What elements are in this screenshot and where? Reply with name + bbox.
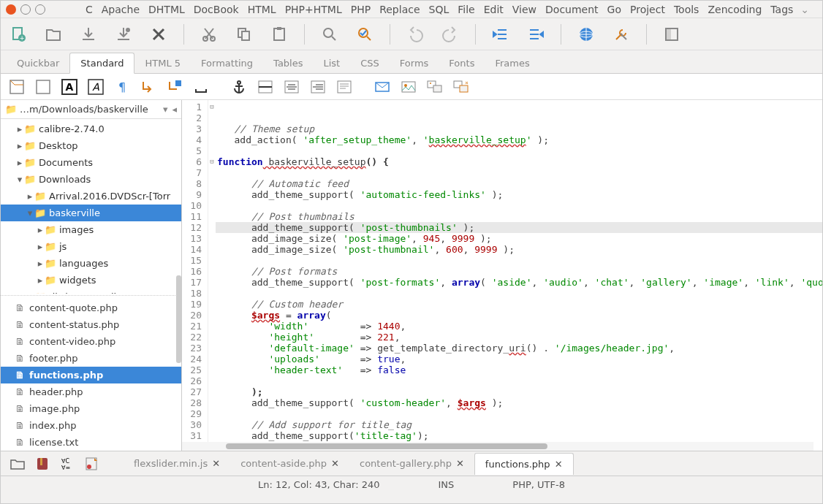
hrule-icon[interactable] (255, 77, 276, 97)
open-file-icon[interactable] (43, 24, 64, 45)
menu-go[interactable]: Go (603, 2, 626, 17)
menu-edit[interactable]: Edit (479, 2, 508, 17)
break-icon[interactable] (138, 77, 159, 97)
filebrowser-icon[interactable] (8, 454, 27, 473)
tree-twisty-icon[interactable]: ▸ (36, 224, 45, 235)
window-close-button[interactable] (6, 4, 16, 15)
file-item[interactable]: 🗎content-status.php (1, 316, 181, 333)
tree-item[interactable]: ▾📁Downloads (1, 171, 181, 188)
browser-preview-icon[interactable] (576, 24, 596, 45)
tree-twisty-icon[interactable]: ▸ (36, 258, 45, 269)
rightalign-icon[interactable] (308, 77, 328, 97)
tree-twisty-icon[interactable]: ▸ (36, 275, 45, 286)
close-icon[interactable] (148, 24, 169, 45)
menu-sql[interactable]: SQL (425, 2, 454, 17)
file-item[interactable]: 🗎content-video.php (1, 333, 181, 350)
tree-twisty-icon[interactable]: ▸ (15, 123, 24, 134)
file-item[interactable]: 🗎license.txt (1, 434, 181, 451)
tree-twisty-icon[interactable]: ▸ (15, 140, 24, 151)
sidebar-scrollbar[interactable] (176, 275, 181, 363)
toolbar-tab-standard[interactable]: Standard (69, 53, 134, 74)
toolbar-tab-quickbar[interactable]: Quickbar (7, 53, 69, 73)
menu-document[interactable]: Document (541, 2, 603, 17)
toolbar-tab-css[interactable]: CSS (350, 53, 390, 73)
toolbar-tab-list[interactable]: List (313, 53, 350, 73)
menu-php+html[interactable]: PHP+HTML (281, 2, 346, 17)
tree-twisty-icon[interactable]: ▸ (36, 241, 45, 252)
tree-twisty-icon[interactable]: ▸ (26, 291, 34, 294)
menu-more-icon[interactable]: ⌄ (797, 2, 813, 17)
email-icon[interactable] (372, 77, 392, 97)
redo-icon[interactable] (440, 24, 460, 45)
horizontal-scrollbar[interactable] (182, 442, 813, 451)
nbsp-icon[interactable] (191, 77, 211, 97)
menu-view[interactable]: View (508, 2, 541, 17)
tree-twisty-icon[interactable]: ▸ (15, 157, 24, 168)
bold-icon[interactable]: A (59, 77, 80, 97)
tree-item[interactable]: ▸📁images (1, 221, 181, 238)
menu-php[interactable]: PHP (346, 2, 375, 17)
chevron-left-icon[interactable]: ◂ (172, 104, 177, 115)
tree-item[interactable]: ▸📁js (1, 238, 181, 255)
file-tab[interactable]: content-aside.php✕ (230, 453, 349, 475)
menu-c[interactable]: C (81, 2, 97, 17)
snippets-icon[interactable] (83, 454, 102, 473)
file-tab[interactable]: content-gallery.php✕ (349, 453, 474, 475)
file-mode[interactable]: PHP, UTF-8 (512, 479, 565, 490)
body-icon[interactable] (33, 77, 53, 97)
charmap-icon[interactable]: ∀C∀≡ (58, 454, 77, 473)
tab-close-icon[interactable]: ✕ (212, 458, 220, 469)
thumbnail-icon[interactable] (425, 77, 445, 97)
copy-icon[interactable] (234, 24, 254, 45)
italic-icon[interactable]: A (86, 77, 106, 97)
paragraph-icon[interactable]: ¶ (112, 77, 132, 97)
indent-icon[interactable] (526, 24, 546, 45)
tree-item[interactable]: ▾📁baskerville (1, 205, 181, 221)
tab-close-icon[interactable]: ✕ (456, 458, 464, 469)
menu-dhtml[interactable]: DHTML (144, 2, 189, 17)
tree-item[interactable]: ▸📁Documents (1, 154, 181, 171)
tree-item[interactable]: ▸📁Arrival.2016.DVDScr-[Torr (1, 188, 181, 205)
tree-item[interactable]: ▸📁widgets (1, 272, 181, 289)
menu-docbook[interactable]: DocBook (189, 2, 243, 17)
fullscreen-icon[interactable] (661, 24, 682, 45)
menu-tools[interactable]: Tools (670, 2, 704, 17)
tree-item[interactable]: ▸📁languages (1, 255, 181, 272)
tree-item[interactable]: ▸📁dk_lemon_yellow_sun (1, 289, 181, 294)
anchor-icon[interactable] (229, 77, 249, 97)
tree-twisty-icon[interactable]: ▸ (26, 191, 34, 202)
quickstart-icon[interactable] (7, 77, 27, 97)
toolbar-tab-html5[interactable]: HTML 5 (134, 53, 191, 73)
toolbar-tab-frames[interactable]: Frames (485, 53, 539, 73)
chevron-down-icon[interactable]: ▾ (163, 104, 168, 115)
menu-replace[interactable]: Replace (375, 2, 424, 17)
tools-icon[interactable] (611, 24, 632, 45)
code-content[interactable]: // Theme setup add_action( 'after_setup_… (216, 100, 822, 451)
file-item[interactable]: 🗎image.php (1, 400, 181, 417)
comment-icon[interactable] (334, 77, 354, 97)
image-icon[interactable] (398, 77, 419, 97)
path-bar[interactable]: 📁 …m/Downloads/baskerville ▾ ◂ (1, 100, 181, 119)
file-item[interactable]: 🗎header.php (1, 383, 181, 400)
file-item[interactable]: 🗎content-quote.php (1, 299, 181, 316)
file-item[interactable]: 🗎index.php (1, 417, 181, 434)
save-icon[interactable] (78, 24, 99, 45)
new-file-icon[interactable]: + (8, 24, 29, 45)
menu-zencoding[interactable]: Zencoding (703, 2, 766, 17)
file-item[interactable]: 🗎functions.php (1, 367, 181, 383)
toolbar-tab-tables[interactable]: Tables (263, 53, 313, 73)
menu-project[interactable]: Project (626, 2, 670, 17)
save-as-icon[interactable] (113, 24, 134, 45)
toolbar-tab-forms[interactable]: Forms (390, 53, 439, 73)
tree-item[interactable]: ▸📁calibre-2.74.0 (1, 121, 181, 137)
menu-file[interactable]: File (453, 2, 479, 17)
window-maximize-button[interactable] (35, 4, 45, 15)
file-item[interactable]: 🗎footer.php (1, 350, 181, 367)
undo-icon[interactable] (405, 24, 425, 45)
file-tab[interactable]: flexslider.min.js✕ (124, 453, 230, 475)
tab-close-icon[interactable]: ✕ (331, 458, 339, 469)
window-minimize-button[interactable] (20, 4, 31, 15)
search-icon[interactable] (319, 24, 340, 45)
cut-icon[interactable] (199, 24, 219, 45)
multithumb-icon[interactable] (451, 77, 471, 97)
